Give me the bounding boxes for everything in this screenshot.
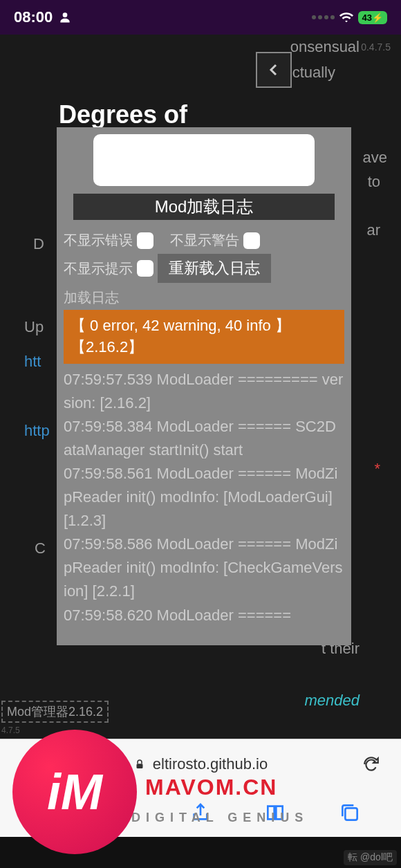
link-fragment-2[interactable]: http: [24, 422, 50, 440]
hide-warnings-checkbox[interactable]: [243, 232, 260, 249]
hide-hints-checkbox[interactable]: [137, 260, 153, 277]
corner-attribution: 転 @dol吧: [344, 850, 397, 865]
watermark-tagline: DIGITAL GENIUS: [131, 811, 308, 825]
game-version: 0.4.7.5: [361, 41, 391, 53]
wifi-icon: [339, 10, 354, 25]
chevron-left-icon: [265, 62, 282, 78]
status-time: 08:00: [14, 8, 53, 26]
mod-log-header-button[interactable]: Mod加载日志: [73, 193, 335, 221]
watermark-brand: MAVOM.CN: [145, 775, 277, 800]
battery-indicator: 43⚡: [358, 11, 387, 24]
mod-manager-button[interactable]: Mod管理器2.16.2: [1, 701, 109, 723]
signal-dots: [312, 15, 335, 19]
hide-warnings-label: 不显示警告: [170, 231, 239, 250]
person-icon: [58, 10, 72, 24]
page-title: Degrees of: [59, 100, 391, 129]
hide-hints-label: 不显示提示: [64, 259, 133, 278]
svg-rect-2: [345, 808, 357, 820]
watermark-logo: iM: [12, 730, 137, 854]
svg-rect-1: [136, 764, 142, 768]
log-content: 07:59:57.539 ModLoader ========= version…: [64, 368, 344, 627]
mod-manager-version: 4.7.5: [1, 726, 20, 735]
log-section-label: 加载日志: [64, 288, 344, 307]
log-summary: 【 0 error, 42 warning, 40 info 】【2.16.2】: [64, 310, 344, 364]
status-bar: 08:00 43⚡: [0, 0, 401, 35]
modal-textarea[interactable]: [93, 134, 315, 186]
hide-errors-checkbox[interactable]: [137, 232, 153, 249]
hide-errors-label: 不显示错误: [64, 231, 133, 250]
lock-icon: [133, 758, 146, 770]
mod-log-modal: Mod加载日志 不显示错误 不显示警告 不显示提示 重新载入日志 加载日志 【 …: [57, 127, 351, 645]
reload-icon[interactable]: [362, 755, 380, 773]
back-button[interactable]: [256, 52, 292, 88]
url-text: eltirosto.github.io: [153, 755, 268, 773]
link-fragment-1[interactable]: htt: [24, 353, 41, 371]
reload-log-button[interactable]: 重新载入日志: [158, 254, 271, 283]
svg-point-0: [63, 12, 68, 17]
tabs-icon[interactable]: [339, 802, 361, 824]
